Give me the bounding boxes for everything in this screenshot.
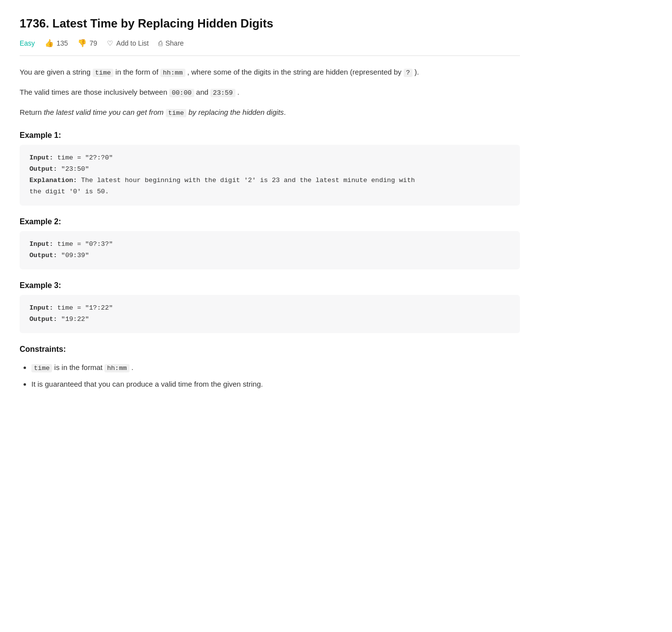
constraints-title: Constraints: (20, 345, 520, 354)
example-3-title: Example 3: (20, 281, 520, 290)
share-icon: ⎙ (158, 39, 162, 47)
inline-code-time2: time (166, 109, 186, 117)
examples-section: Example 1: Input: time = "2?:?0" Output:… (20, 131, 520, 333)
inline-code-time3: time (31, 364, 52, 372)
problem-description: You are given a string time in the form … (20, 66, 520, 119)
constraints-list: time is in the format hh:mm . It is guar… (20, 361, 520, 391)
upvote-button[interactable]: 👍 135 (45, 39, 68, 48)
example-1: Example 1: Input: time = "2?:?0" Output:… (20, 131, 520, 206)
description-para3: Return the latest valid time you can get… (20, 106, 520, 119)
constraint-2: It is guaranteed that you can produce a … (31, 377, 520, 391)
meta-row: Easy 👍 135 👎 79 ♡ Add to List ⎙ Share (20, 39, 520, 56)
add-to-list-button[interactable]: ♡ Add to List (107, 39, 149, 47)
share-label: Share (165, 39, 183, 47)
share-button[interactable]: ⎙ Share (158, 39, 183, 47)
example-2: Example 2: Input: time = "0?:3?" Output:… (20, 217, 520, 269)
downvote-count: 79 (89, 39, 97, 47)
constraint-1: time is in the format hh:mm . (31, 361, 520, 374)
example-3-code: Input: time = "1?:22" Output: "19:22" (20, 295, 520, 333)
inline-code-hhmm: hh:mm (160, 69, 185, 77)
example-2-code: Input: time = "0?:3?" Output: "09:39" (20, 231, 520, 269)
constraints-section: Constraints: time is in the format hh:mm… (20, 345, 520, 391)
example-1-title: Example 1: (20, 131, 520, 140)
thumbs-down-icon: 👎 (78, 39, 87, 48)
upvote-count: 135 (56, 39, 68, 47)
inline-code-0000: 00:00 (169, 89, 194, 97)
difficulty-badge: Easy (20, 39, 35, 47)
problem-title: 1736. Latest Time by Replacing Hidden Di… (20, 16, 520, 31)
downvote-button[interactable]: 👎 79 (78, 39, 97, 48)
description-para2: The valid times are those inclusively be… (20, 86, 520, 99)
thumbs-up-icon: 👍 (45, 39, 54, 48)
example-1-code: Input: time = "2?:?0" Output: "23:50" Ex… (20, 145, 520, 206)
inline-code-time: time (93, 69, 113, 77)
heart-icon: ♡ (107, 39, 113, 47)
add-to-list-label: Add to List (116, 39, 149, 47)
inline-code-question: ? (404, 69, 413, 77)
example-2-title: Example 2: (20, 217, 520, 226)
inline-code-hhmm2: hh:mm (104, 364, 129, 372)
example-3: Example 3: Input: time = "1?:22" Output:… (20, 281, 520, 333)
description-para1: You are given a string time in the form … (20, 66, 520, 79)
inline-code-2359: 23:59 (210, 89, 235, 97)
